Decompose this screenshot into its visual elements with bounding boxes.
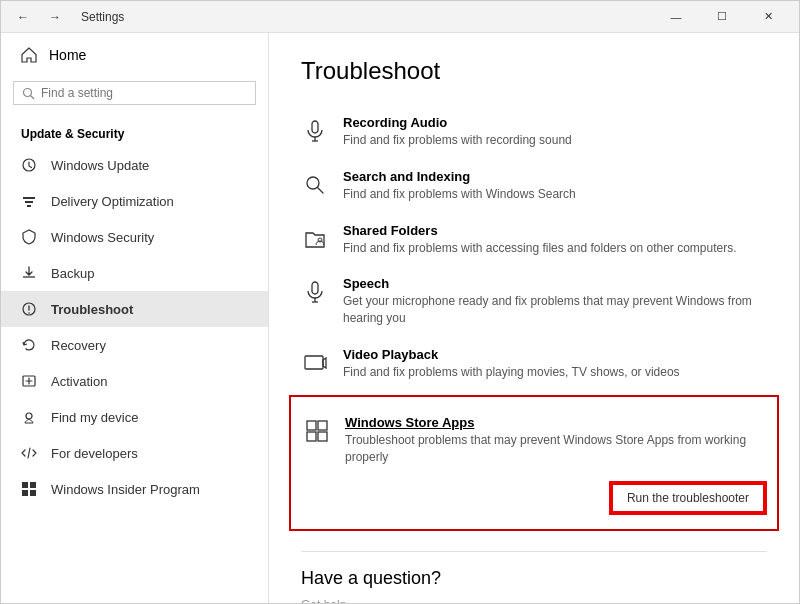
main-content: Troubleshoot Recording Audio Find and fi…: [269, 33, 799, 603]
recording-audio-icon: [301, 117, 329, 145]
svg-rect-11: [312, 121, 318, 133]
find-my-device-label: Find my device: [51, 410, 138, 425]
sidebar: Home Update & Security Windows Up: [1, 33, 269, 603]
titlebar: ← → Settings — ☐ ✕: [1, 1, 799, 33]
troubleshoot-icon: [21, 301, 37, 317]
svg-rect-24: [318, 432, 327, 441]
window-title: Settings: [77, 10, 653, 24]
windows-security-label: Windows Security: [51, 230, 154, 245]
maximize-button[interactable]: ☐: [699, 1, 745, 33]
svg-rect-10: [30, 490, 36, 496]
svg-point-0: [24, 88, 32, 96]
sidebar-item-for-developers[interactable]: For developers: [1, 435, 268, 471]
sidebar-item-delivery-optimization[interactable]: Delivery Optimization: [1, 183, 268, 219]
question-title: Have a question?: [301, 568, 767, 589]
speech-item: Speech Get your microphone ready and fix…: [301, 266, 767, 337]
sidebar-item-activation[interactable]: Activation: [1, 363, 268, 399]
recording-audio-title: Recording Audio: [343, 115, 767, 130]
recording-audio-desc: Find and fix problems with recording sou…: [343, 132, 767, 149]
windows-insider-icon: [21, 481, 37, 497]
sidebar-item-windows-insider[interactable]: Windows Insider Program: [1, 471, 268, 507]
sidebar-item-windows-update[interactable]: Windows Update: [1, 147, 268, 183]
windows-store-apps-text: Windows Store Apps Troubleshoot problems…: [345, 415, 765, 466]
search-indexing-desc: Find and fix problems with Windows Searc…: [343, 186, 767, 203]
activation-label: Activation: [51, 374, 107, 389]
svg-rect-7: [22, 482, 28, 488]
search-box[interactable]: [13, 81, 256, 105]
windows-store-apps-item: Windows Store Apps Troubleshoot problems…: [303, 405, 765, 476]
windows-update-label: Windows Update: [51, 158, 149, 173]
run-btn-wrapper: Run the troubleshooter: [303, 475, 765, 521]
backup-icon: [21, 265, 37, 281]
activation-icon: [21, 373, 37, 389]
windows-insider-label: Windows Insider Program: [51, 482, 200, 497]
settings-window: ← → Settings — ☐ ✕ Home: [0, 0, 800, 604]
svg-rect-23: [307, 432, 316, 441]
windows-store-apps-container: Windows Store Apps Troubleshoot problems…: [289, 395, 779, 532]
run-troubleshooter-button[interactable]: Run the troubleshooter: [611, 483, 765, 513]
developers-icon: [21, 445, 37, 461]
content-area: Home Update & Security Windows Up: [1, 33, 799, 603]
svg-rect-17: [312, 282, 318, 294]
video-playback-text: Video Playback Find and fix problems wit…: [343, 347, 767, 381]
search-input[interactable]: [41, 86, 247, 100]
close-button[interactable]: ✕: [745, 1, 791, 33]
recovery-icon: [21, 337, 37, 353]
backup-label: Backup: [51, 266, 94, 281]
have-a-question-section: Have a question? Get help: [301, 551, 767, 603]
home-icon: [21, 47, 37, 63]
speech-icon: [301, 278, 329, 306]
shared-folders-icon: [301, 225, 329, 253]
minimize-button[interactable]: —: [653, 1, 699, 33]
shared-folders-item: Shared Folders Find and fix problems wit…: [301, 213, 767, 267]
svg-point-4: [28, 312, 30, 314]
page-title: Troubleshoot: [301, 57, 767, 85]
video-playback-item: Video Playback Find and fix problems wit…: [301, 337, 767, 391]
sidebar-item-home[interactable]: Home: [1, 33, 268, 77]
video-playback-title: Video Playback: [343, 347, 767, 362]
sidebar-item-find-my-device[interactable]: Find my device: [1, 399, 268, 435]
delivery-optimization-label: Delivery Optimization: [51, 194, 174, 209]
video-playback-desc: Find and fix problems with playing movie…: [343, 364, 767, 381]
speech-text: Speech Get your microphone ready and fix…: [343, 276, 767, 327]
back-button[interactable]: ←: [9, 6, 37, 28]
window-controls: — ☐ ✕: [653, 1, 791, 33]
search-icon: [22, 87, 35, 100]
shared-folders-desc: Find and fix problems with accessing fil…: [343, 240, 767, 257]
windows-update-icon: [21, 157, 37, 173]
search-indexing-text: Search and Indexing Find and fix problem…: [343, 169, 767, 203]
get-help-link[interactable]: Get help: [301, 598, 346, 603]
video-playback-icon: [301, 349, 329, 377]
forward-button[interactable]: →: [41, 6, 69, 28]
recording-audio-text: Recording Audio Find and fix problems wi…: [343, 115, 767, 149]
search-indexing-icon: [301, 171, 329, 199]
sidebar-item-troubleshoot[interactable]: Troubleshoot: [1, 291, 268, 327]
svg-rect-9: [22, 490, 28, 496]
svg-rect-22: [318, 421, 327, 430]
troubleshoot-label: Troubleshoot: [51, 302, 133, 317]
nav-controls: ← →: [9, 6, 69, 28]
shared-folders-text: Shared Folders Find and fix problems wit…: [343, 223, 767, 257]
svg-rect-8: [30, 482, 36, 488]
windows-store-apps-icon: [303, 417, 331, 445]
svg-rect-20: [305, 356, 323, 369]
speech-desc: Get your microphone ready and fix proble…: [343, 293, 767, 327]
svg-rect-21: [307, 421, 316, 430]
find-device-icon: [21, 409, 37, 425]
speech-title: Speech: [343, 276, 767, 291]
search-indexing-title: Search and Indexing: [343, 169, 767, 184]
svg-line-1: [31, 95, 35, 99]
windows-security-icon: [21, 229, 37, 245]
sidebar-item-backup[interactable]: Backup: [1, 255, 268, 291]
search-indexing-item: Search and Indexing Find and fix problem…: [301, 159, 767, 213]
sidebar-item-windows-security[interactable]: Windows Security: [1, 219, 268, 255]
windows-store-apps-title: Windows Store Apps: [345, 415, 765, 430]
sidebar-item-recovery[interactable]: Recovery: [1, 327, 268, 363]
windows-store-apps-desc: Troubleshoot problems that may prevent W…: [345, 432, 765, 466]
svg-point-6: [26, 413, 32, 419]
shared-folders-title: Shared Folders: [343, 223, 767, 238]
recording-audio-item: Recording Audio Find and fix problems wi…: [301, 105, 767, 159]
for-developers-label: For developers: [51, 446, 138, 461]
recovery-label: Recovery: [51, 338, 106, 353]
section-header: Update & Security: [1, 117, 268, 147]
